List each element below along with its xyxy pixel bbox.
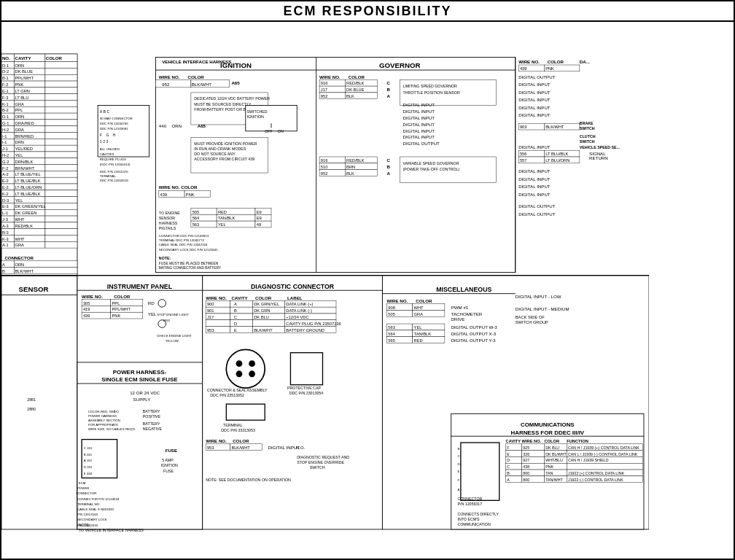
svg-text:INTO ECM'S: INTO ECM'S: [457, 517, 480, 521]
svg-point-439: [236, 370, 243, 377]
svg-text:L-1: L-1: [2, 211, 8, 215]
svg-text:WIRE NO.: WIRE NO.: [522, 439, 542, 443]
svg-text:LT BLUE/BLK: LT BLUE/BLK: [15, 179, 41, 183]
svg-text:PPL: PPL: [112, 301, 120, 306]
svg-text:DRN/BLK: DRN/BLK: [15, 160, 34, 164]
svg-text:COLOR-RED: SEE: COLOR-RED: SEE: [88, 410, 116, 413]
svg-text:G-2: G-2: [2, 160, 9, 164]
svg-text:WIRE NO.: WIRE NO.: [319, 74, 341, 79]
svg-text:NO.: NO.: [2, 55, 10, 61]
svg-text:I-1: I-1: [2, 140, 7, 144]
svg-rect-148: [45, 241, 77, 248]
svg-text:DIGITAL INPUT: DIGITAL INPUT: [403, 122, 435, 127]
svg-rect-422: [206, 320, 230, 327]
svg-rect-99: [45, 177, 77, 184]
svg-text:CONNECTOR: CONNECTOR: [457, 497, 482, 501]
svg-text:B: B: [234, 308, 237, 313]
svg-text:DIGITAL OUTPUT: DIGITAL OUTPUT: [518, 203, 556, 209]
svg-text:P/N 12013183: P/N 12013183: [77, 513, 98, 516]
svg-text:DDC P/N 23313053: DDC P/N 23313053: [221, 428, 255, 432]
svg-text:NOTE:: NOTE:: [79, 523, 90, 527]
svg-text:WIRE NO.: WIRE NO.: [159, 74, 180, 79]
svg-text:IN RUN AND CRANK MODES.: IN RUN AND CRANK MODES.: [194, 147, 247, 151]
svg-text:DDC P/N 12615376: DDC P/N 12615376: [100, 170, 128, 174]
svg-text:LIMITING SPEED GOVERNOR: LIMITING SPEED GOVERNOR: [403, 84, 458, 88]
svg-text:H-2: H-2: [2, 153, 9, 158]
svg-text:J17: J17: [207, 315, 214, 319]
svg-text:GRA: GRA: [15, 128, 25, 132]
svg-text:439: 439: [83, 314, 90, 318]
svg-text:NOTE: SEE DOCUMENTATION ON OPE: NOTE: SEE DOCUMENTATION ON OPERATION: [206, 478, 291, 482]
svg-text:PNK: PNK: [545, 66, 554, 71]
svg-text:1 2 3: 1 2 3: [100, 139, 109, 144]
svg-text:DK GRN: DK GRN: [254, 308, 270, 313]
svg-text:DK GREEN: DK GREEN: [15, 211, 37, 215]
svg-text:WIRE NO.: WIRE NO.: [82, 294, 103, 299]
svg-text:DA...: DA...: [580, 59, 590, 64]
svg-rect-39: [45, 100, 77, 106]
svg-text:YEL: YEL: [218, 222, 226, 227]
svg-text:SWITCH: SWITCH: [580, 126, 595, 131]
svg-text:12 OR 24 VDC: 12 OR 24 VDC: [130, 390, 160, 395]
svg-text:E9: E9: [257, 210, 262, 214]
svg-text:PNK: PNK: [112, 314, 121, 318]
svg-text:D-2: D-2: [2, 69, 9, 74]
svg-text:PPL: PPL: [15, 108, 23, 112]
svg-text:POWER HARNESS-: POWER HARNESS-: [113, 369, 167, 376]
svg-text:903: 903: [520, 125, 527, 129]
svg-text:A65: A65: [198, 123, 206, 128]
svg-text:GRA: GRA: [15, 243, 25, 247]
svg-point-440: [249, 370, 255, 377]
svg-text:E-3: E-3: [2, 204, 9, 209]
svg-text:RED: RED: [414, 338, 423, 343]
svg-text:49: 49: [257, 222, 261, 227]
svg-text:5 AMP: 5 AMP: [162, 458, 174, 462]
svg-text:DO NOT SOURCE ANY: DO NOT SOURCE ANY: [194, 152, 236, 156]
svg-text:BACK SIDE OF: BACK SIDE OF: [516, 315, 545, 319]
svg-text:DIGITAL OUTPUT: DIGITAL OUTPUT: [518, 74, 556, 79]
svg-text:H-2: H-2: [2, 128, 9, 132]
svg-text:DIAGNOSTIC CONNECTOR: DIAGNOSTIC CONNECTOR: [251, 283, 335, 290]
svg-text:B-1: B-1: [2, 76, 9, 80]
svg-text:DIGITAL INPUT: DIGITAL INPUT: [518, 192, 551, 197]
svg-text:DK BLU: DK BLU: [545, 446, 559, 450]
svg-text:F-2: F-2: [2, 82, 9, 87]
svg-text:B: B: [387, 87, 391, 92]
svg-text:F: F: [100, 133, 102, 137]
svg-text:SUPPLY: SUPPLY: [133, 397, 151, 402]
svg-text:THROTTLE POSITION SENSOR: THROTTLE POSITION SENSOR: [403, 90, 460, 95]
svg-text:ORN: ORN: [15, 114, 25, 119]
svg-text:D-3: D-3: [2, 198, 9, 203]
svg-text:RED: RED: [163, 319, 170, 322]
svg-text:BATTERY: BATTERY: [143, 421, 160, 426]
svg-text:SINGLE ECM SINGLE FUSE: SINGLE ECM SINGLE FUSE: [101, 376, 177, 383]
svg-text:30 WAY CONNECTOR: 30 WAY CONNECTOR: [100, 117, 133, 120]
svg-text:MUST BE SOURCED DIRECTLY: MUST BE SOURCED DIRECTLY: [194, 102, 252, 106]
svg-rect-79: [45, 152, 77, 158]
svg-text:A: A: [387, 93, 391, 98]
svg-text:HARNESS FOR DDEC III/IV: HARNESS FOR DDEC III/IV: [511, 429, 585, 436]
svg-rect-44: [45, 106, 77, 113]
svg-text:FUSE MUST BE PLACED BETWEEN: FUSE MUST BE PLACED BETWEEN: [159, 262, 219, 265]
svg-text:C: C: [387, 158, 391, 163]
svg-text:953: 953: [207, 328, 214, 332]
svg-text:E: E: [457, 470, 459, 473]
svg-text:ASSEMBLY SECTION: ASSEMBLY SECTION: [88, 419, 120, 422]
svg-text:H: H: [112, 133, 115, 137]
svg-text:+12/24 VDC: +12/24 VDC: [286, 315, 308, 319]
svg-text:COMMUNICATIONS: COMMUNICATIONS: [521, 421, 575, 428]
svg-text:DDC P/N 12103681: DDC P/N 12103681: [100, 127, 128, 131]
svg-text:WIRE NO.: WIRE NO.: [206, 438, 227, 443]
svg-text:HARNESS: HARNESS: [159, 221, 178, 225]
svg-rect-94: [45, 171, 77, 177]
svg-text:LT GRN: LT GRN: [15, 89, 30, 93]
svg-text:SECONDARY LOCK: SECONDARY LOCK: [77, 518, 107, 522]
svg-text:DIGITAL INPUT: DIGITAL INPUT: [403, 115, 435, 120]
svg-text:SENSOR: SENSOR: [159, 216, 175, 220]
svg-rect-89: [45, 165, 77, 171]
svg-rect-138: [15, 229, 45, 236]
svg-text:952: 952: [321, 94, 328, 98]
svg-text:BRN/RED: BRN/RED: [15, 134, 34, 139]
svg-text:C 241: C 241: [84, 446, 93, 450]
svg-text:VEHICLE SPEED SE...: VEHICLE SPEED SE...: [580, 145, 621, 149]
